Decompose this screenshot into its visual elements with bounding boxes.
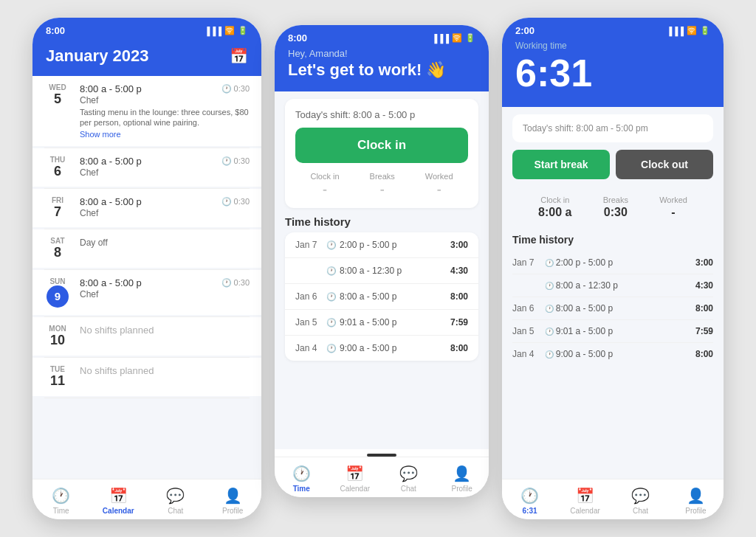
right-shift-label: Today's shift: 8:00 am - 5:00 pm (523, 123, 703, 134)
right-shift-card: Today's shift: 8:00 am - 5:00 pm (512, 114, 713, 142)
hist-date: Jan 7 (295, 240, 320, 250)
shift-time: 8:00 a - 5:00 p 🕐 0:30 (80, 156, 250, 167)
left-status-bar: 8:00 ▐▐▐ 🛜 🔋 (32, 18, 261, 41)
right-stats-card: Clock in 8:00 a Breaks 0:30 Worked - (512, 188, 713, 226)
start-break-button[interactable]: Start break (512, 150, 610, 179)
right-history-row: Jan 6 🕐 8:00 a - 5:00 p 8:00 (512, 297, 713, 320)
nav-icon-chat: 💬 (631, 487, 650, 505)
nav-icon-chat: 💬 (399, 465, 418, 482)
right-bottom-nav: 🕐6:31📅Calendar💬Chat👤Profile (502, 479, 724, 519)
right-stat-breaks-label: Breaks (603, 195, 628, 204)
month-title: January 2023 (46, 46, 148, 66)
shift-duration: 🕐 0:30 (221, 196, 250, 207)
right-history-list: Jan 7 🕐 2:00 p - 5:00 p 3:00 🕐 8:00 a - … (512, 252, 713, 365)
right-history-title: Time history (512, 234, 713, 246)
wifi-icon: 🛜 (224, 26, 235, 35)
nav-item-calendar[interactable]: 📅Calendar (329, 463, 382, 494)
clock-icon-sm: 🕐 (326, 266, 337, 276)
schedule-item[interactable]: WED 5 8:00 a - 5:00 p 🕐 0:30 Chef Tastin… (32, 76, 261, 146)
nav-item-chat[interactable]: 💬Chat (147, 485, 205, 516)
nav-item-profile[interactable]: 👤Profile (668, 485, 724, 516)
shift-time-text: 8:00 a - 5:00 p (80, 156, 142, 167)
day-col: SUN 9 (44, 277, 71, 308)
clock-icon-sm: 🕐 (326, 318, 337, 328)
clock-in-button[interactable]: Clock in (295, 128, 468, 163)
day-abbr: MON (44, 325, 71, 333)
hist-duration: 8:00 (450, 343, 468, 353)
right-stat-clock-in: Clock in 8:00 a (538, 195, 571, 219)
right-history-row: Jan 7 🕐 2:00 p - 5:00 p 3:00 (512, 252, 713, 274)
day-abbr: WED (44, 83, 71, 91)
right-status-icons: ▐▐▐ 🛜 🔋 (667, 26, 710, 35)
day-col: THU 6 (44, 156, 71, 179)
nav-item-profile[interactable]: 👤Profile (205, 485, 262, 516)
center-scroll-bar (275, 449, 489, 457)
clock-icon-sm: 🕐 (326, 240, 337, 250)
right-history-row: Jan 5 🕐 9:01 a - 5:00 p 7:59 (512, 320, 713, 343)
schedule-item[interactable]: SUN 9 8:00 a - 5:00 p 🕐 0:30 Chef (32, 270, 261, 315)
clock-icon-r: 🕐 (545, 305, 556, 313)
day-col: MON 10 (44, 325, 71, 348)
right-header: Working time 6:31 (502, 41, 724, 107)
shift-col: 8:00 a - 5:00 p 🕐 0:30 Chef (80, 156, 250, 179)
nav-item-calendar[interactable]: 📅Calendar (557, 485, 613, 516)
nav-item-chat[interactable]: 💬Chat (382, 463, 436, 494)
hist-date: Jan 5 (295, 317, 320, 328)
right-hist-date: Jan 5 (512, 326, 540, 336)
wifi-icon-c: 🛜 (452, 33, 462, 43)
stat-clock-in-label: Clock in (310, 172, 339, 181)
schedule-item[interactable]: MON 10 No shifts planned (32, 317, 261, 356)
schedule-list: WED 5 8:00 a - 5:00 p 🕐 0:30 Chef Tastin… (32, 76, 261, 479)
day-abbr: SUN (44, 277, 71, 285)
shift-time: 8:00 a - 5:00 p 🕐 0:30 (80, 196, 250, 207)
schedule-item[interactable]: TUE 11 No shifts planned (32, 358, 261, 396)
show-more-link[interactable]: Show more (80, 130, 250, 139)
right-hist-duration: 4:30 (695, 280, 713, 291)
nav-icon-chat: 💬 (166, 487, 185, 505)
nav-label-time: Time (293, 485, 310, 493)
shift-col: 8:00 a - 5:00 p 🕐 0:30 Chef (80, 277, 250, 308)
nav-icon-profile: 👤 (453, 465, 471, 482)
stat-breaks-value: - (370, 182, 395, 198)
nav-icon-time: 🕐 (52, 487, 70, 505)
right-hist-date: Jan 6 (512, 303, 540, 313)
hist-duration: 4:30 (450, 266, 468, 276)
signal-icon: ▐▐▐ (205, 27, 221, 35)
nav-item-chat[interactable]: 💬Chat (613, 485, 668, 516)
center-history-card: Jan 7 🕐2:00 p - 5:00 p 3:00 🕐8:00 a - 12… (285, 232, 478, 361)
day-col: TUE 11 (44, 365, 71, 389)
hist-date: Jan 4 (295, 343, 320, 353)
schedule-item[interactable]: SAT 8 Day off (32, 229, 261, 268)
action-row: Start break Clock out (512, 150, 713, 179)
shift-time-text: 8:00 a - 5:00 p (80, 277, 142, 288)
time-history-title: Time history (285, 215, 478, 228)
schedule-item[interactable]: FRI 7 8:00 a - 5:00 p 🕐 0:30 Chef (32, 189, 261, 227)
calendar-icon[interactable]: 📅 (230, 47, 248, 65)
schedule-item[interactable]: THU 6 8:00 a - 5:00 p 🕐 0:30 Chef (32, 148, 261, 187)
shift-col: 8:00 a - 5:00 p 🕐 0:30 Chef Tasting menu… (80, 83, 250, 139)
right-phone: 2:00 ▐▐▐ 🛜 🔋 Working time 6:31 Today's s… (502, 18, 724, 519)
nav-item-profile[interactable]: 👤Profile (436, 463, 489, 494)
nav-item-calendar[interactable]: 📅Calendar (90, 485, 148, 516)
right-stat-breaks-value: 0:30 (603, 206, 628, 219)
nav-label-calendar: Calendar (340, 485, 370, 493)
day-abbr: SAT (44, 237, 71, 245)
big-time: 6:31 (515, 54, 710, 92)
shift-role: Chef (80, 167, 250, 178)
clock-out-button[interactable]: Clock out (616, 150, 713, 179)
history-row: Jan 7 🕐2:00 p - 5:00 p 3:00 (285, 232, 478, 258)
nav-label-calendar: Calendar (570, 507, 600, 515)
nav-label-profile: Profile (452, 485, 472, 493)
nav-icon-calendar: 📅 (576, 487, 594, 505)
nav-icon-profile: 👤 (687, 487, 705, 505)
nav-item-time[interactable]: 🕐Time (32, 485, 90, 516)
day-abbr: FRI (44, 196, 71, 204)
nav-icon-profile: 👤 (224, 487, 242, 505)
nav-item-----[interactable]: 🕐6:31 (502, 485, 557, 516)
battery-icon-c: 🔋 (465, 33, 475, 43)
nav-label-time: Time (53, 507, 69, 515)
center-phone: 8:00 ▐▐▐ 🛜 🔋 Hey, Amanda! Let's get to w… (275, 25, 489, 497)
left-status-time: 8:00 (46, 25, 65, 36)
day-off-label: Day off (80, 238, 250, 248)
nav-item-time[interactable]: 🕐Time (275, 463, 329, 494)
